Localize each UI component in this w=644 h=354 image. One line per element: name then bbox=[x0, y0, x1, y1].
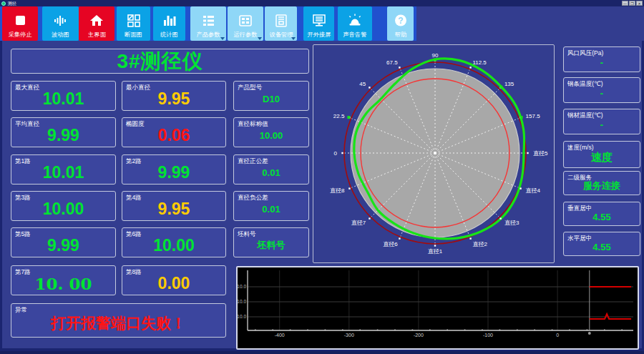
status-value: - bbox=[564, 53, 640, 72]
toolbar-button-stop-capture[interactable]: 采集停止 bbox=[2, 6, 38, 41]
gauge-title-box: 3#测径仪 bbox=[11, 49, 309, 74]
stop-icon bbox=[12, 13, 28, 29]
measure-marker bbox=[520, 116, 523, 119]
toolbar-button-label: 主界面 bbox=[88, 31, 106, 37]
toolbar-button-help[interactable]: ?帮助 bbox=[387, 6, 414, 41]
x-axis-tick-label: -200 bbox=[414, 333, 424, 338]
chevron-down-icon bbox=[258, 37, 262, 40]
measure-cell-channel-6: 第6路10.00 bbox=[122, 227, 226, 257]
toolbar-button-label: 波动图 bbox=[52, 31, 69, 37]
cell-value: 0.00 bbox=[122, 272, 225, 295]
toolbar-button-external-screen[interactable]: 开外接屏 bbox=[303, 6, 334, 41]
toolbar-button-wave-chart[interactable]: 波动图 bbox=[42, 6, 79, 41]
app-icon bbox=[1, 1, 6, 6]
polar-angle-label: 直径6 bbox=[383, 241, 398, 247]
cross-section-chart: 022.54567.590112.5135157.5直径5直径4直径3直径2直径… bbox=[313, 44, 555, 263]
x-axis-tick-label: 0 bbox=[556, 333, 559, 338]
product-params-icon bbox=[200, 13, 216, 29]
polar-angle-label: 67.5 bbox=[386, 59, 398, 66]
y-axis-tick-label: 10.0 bbox=[238, 314, 246, 319]
status-value: - bbox=[564, 84, 640, 102]
status-cell-vertical-center: 垂直居中4.55 bbox=[563, 202, 640, 226]
title-bar: 测径 —❐✕ bbox=[0, 0, 644, 6]
measure-cell-channel-8: 第8路0.00 bbox=[122, 265, 226, 295]
measure-cell-channel-3: 第3路10.00 bbox=[11, 191, 116, 221]
measure-marker bbox=[434, 59, 436, 62]
cell-value: 9.99 bbox=[11, 234, 115, 257]
toolbar-button-label: 开外接屏 bbox=[307, 31, 331, 37]
cell-value: 坯料号 bbox=[234, 234, 308, 257]
status-cell-speed: 速度(m/s)速度 bbox=[563, 141, 640, 168]
toolbar-button-label: 声音告警 bbox=[343, 31, 366, 37]
toolbar-button-product-params[interactable]: 产品参数 bbox=[190, 6, 226, 41]
close-button[interactable]: ✕ bbox=[636, 1, 643, 6]
x-axis-tick-label: -400 bbox=[275, 333, 285, 338]
measure-cell-plus-tolerance: 直径正公差0.01 bbox=[233, 154, 309, 185]
toolbar-button-sound-alarm[interactable]: 声音告警 bbox=[338, 6, 372, 41]
polar-angle-label: 90 bbox=[432, 52, 439, 59]
external-screen-icon bbox=[311, 13, 327, 29]
stats-icon bbox=[162, 13, 177, 29]
measure-cell-channel-5: 第5路9.99 bbox=[11, 227, 116, 257]
toolbar-button-section-chart[interactable]: 断面图 bbox=[117, 6, 150, 41]
polar-angle-label: 0 bbox=[334, 150, 338, 157]
cell-value: 10. 00 bbox=[11, 272, 115, 295]
cell-value: 9.99 bbox=[122, 161, 225, 184]
polar-angle-label: 直径3 bbox=[504, 220, 519, 226]
polar-angle-label: 直径1 bbox=[428, 248, 443, 255]
measure-cell-channel-1: 第1路10.01 bbox=[11, 154, 116, 185]
window-title: 测径 bbox=[8, 1, 16, 6]
status-value[interactable]: 服务连接 bbox=[564, 177, 640, 195]
chevron-down-icon bbox=[220, 37, 225, 40]
measure-cell-channel-2: 第2路9.99 bbox=[122, 154, 226, 185]
section-icon bbox=[126, 13, 142, 29]
polar-angle-label: 直径5 bbox=[533, 150, 548, 157]
polar-angle-label: 157.5 bbox=[526, 113, 541, 119]
measure-cell-billet-number: 坯料号坯料号 bbox=[233, 227, 309, 257]
minimize-button[interactable]: — bbox=[622, 1, 628, 6]
toolbar-button-stats-chart[interactable]: 统计图 bbox=[153, 6, 185, 41]
status-cell-bar-temperature: 钢条温度(℃)- bbox=[563, 77, 640, 103]
cell-value: 0.01 bbox=[234, 197, 308, 220]
cell-value: 9.99 bbox=[11, 124, 115, 147]
maximize-button[interactable]: ❐ bbox=[629, 1, 635, 6]
measure-cell-minus-tolerance: 直径负公差0.01 bbox=[233, 191, 309, 221]
chevron-down-icon bbox=[291, 37, 296, 40]
window-controls: —❐✕ bbox=[622, 1, 643, 6]
cell-value: 10.01 bbox=[11, 161, 115, 184]
status-cell-steel-temperature: 钢材温度(℃)- bbox=[563, 109, 640, 134]
toolbar-button-main-screen[interactable]: 主界面 bbox=[79, 6, 114, 41]
waveform-icon bbox=[53, 13, 69, 29]
alarm-message: 打开报警端口失败！ bbox=[11, 310, 225, 337]
measure-cell-min-diameter: 最小直径9.95 bbox=[122, 81, 226, 111]
measure-cell-ovality: 椭圆度0.06 bbox=[122, 117, 226, 147]
x-axis-tick-label: -300 bbox=[344, 333, 354, 338]
status-value[interactable]: 速度 bbox=[564, 147, 640, 167]
svg-text:?: ? bbox=[398, 16, 403, 26]
sound-alarm-icon bbox=[347, 13, 363, 29]
toolbar-button-run-params[interactable]: 运行参数 bbox=[228, 6, 263, 41]
y-axis-tick-label: 10.0 bbox=[238, 284, 246, 289]
measure-cell-max-diameter: 最大直径10.01 bbox=[11, 81, 116, 111]
trend-chart: 10.010.010.0-400-300-200-1000 bbox=[236, 266, 639, 350]
status-cell-level2-service: 二级服务服务连接 bbox=[563, 171, 640, 195]
toolbar-button-label: 产品参数 bbox=[196, 31, 220, 37]
toolbar-button-label: 设备管理 bbox=[269, 31, 293, 37]
x-axis-tick-label: -100 bbox=[483, 333, 493, 338]
status-value: 4.55 bbox=[564, 208, 640, 225]
toolbar-button-device-manage[interactable]: 设备管理 bbox=[265, 6, 297, 41]
status-value: 4.55 bbox=[564, 238, 640, 255]
y-axis-tick-label: 10.0 bbox=[238, 299, 246, 304]
toolbar-button-label: 统计图 bbox=[160, 31, 178, 37]
help-icon: ? bbox=[393, 13, 409, 29]
toolbar-button-label: 断面图 bbox=[125, 31, 142, 37]
polar-angle-label: 135 bbox=[504, 81, 514, 87]
device-manage-icon bbox=[273, 13, 289, 29]
polar-angle-label: 直径2 bbox=[472, 241, 487, 247]
toolbar-button-label: 帮助 bbox=[394, 31, 406, 37]
cell-value: 9.95 bbox=[122, 87, 225, 110]
measure-cell-channel-4: 第4路9.95 bbox=[122, 191, 226, 221]
measure-marker bbox=[499, 86, 502, 89]
app-window: 测径 —❐✕ 采集停止波动图主界面断面图统计图产品参数运行参数设备管理开外接屏声… bbox=[0, 0, 644, 354]
cell-value: 10.00 bbox=[234, 124, 308, 147]
